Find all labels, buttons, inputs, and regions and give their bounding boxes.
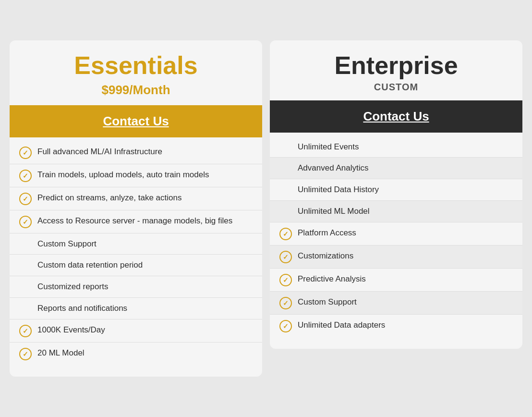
list-item: ✓ Customizations [270, 245, 522, 269]
feature-text: 1000K Events/Day [37, 324, 253, 336]
list-item: ✓ Predict on streams, anlyze, take actio… [10, 187, 262, 210]
enterprise-title: Enterprise [281, 52, 511, 79]
feature-text: Unlimited ML Model [298, 206, 513, 217]
feature-text: Predictive Analysis [298, 273, 513, 285]
enterprise-card: Enterprise CUSTOM Contact Us Unlimited E… [270, 40, 522, 348]
feature-text: Customized reports [37, 281, 253, 293]
essentials-features-list: ✓ Full advanced ML/AI Infrastructure ✓ T… [10, 141, 262, 365]
essentials-header: Essentials $999/Month [10, 40, 262, 105]
pricing-container: Essentials $999/Month Contact Us ✓ Full … [10, 40, 522, 376]
feature-text: Customizations [298, 250, 513, 262]
feature-text: Reports and notifications [37, 303, 253, 314]
enterprise-features-list: Unlimited Events Advanved Analytics Unli… [270, 136, 522, 337]
list-item: ✓ Custom Support [270, 292, 522, 315]
check-icon: ✓ [279, 297, 292, 309]
list-item: Unlimited Events [270, 136, 522, 158]
enterprise-price: CUSTOM [281, 82, 511, 93]
essentials-card: Essentials $999/Month Contact Us ✓ Full … [10, 40, 262, 376]
list-item: Advanved Analytics [270, 158, 522, 179]
list-item: ✓ Full advanced ML/AI Infrastructure [10, 141, 262, 164]
feature-text: Access to Resource server - manage model… [37, 215, 253, 227]
check-icon: ✓ [19, 216, 32, 228]
check-icon: ✓ [19, 147, 32, 159]
enterprise-contact-button[interactable]: Contact Us [270, 100, 522, 133]
feature-text: Predict on streams, anlyze, take actions [37, 192, 253, 204]
check-icon: ✓ [279, 274, 292, 286]
feature-text: Custom data retention period [37, 259, 253, 271]
list-item: ✓ Train models, upload models, auto trai… [10, 164, 262, 187]
feature-text: Advanved Analytics [298, 162, 513, 174]
list-item: Unlimited ML Model [270, 201, 522, 222]
feature-text: Custom Support [298, 296, 513, 308]
list-item: ✓ Predictive Analysis [270, 269, 522, 292]
check-icon: ✓ [19, 170, 32, 182]
feature-text: Unlimited Events [298, 141, 513, 153]
list-item: ✓ 20 ML Model [10, 343, 262, 365]
feature-text: Unlimited Data adapters [298, 319, 513, 331]
essentials-contact-button[interactable]: Contact Us [10, 105, 262, 137]
list-item: Customized reports [10, 276, 262, 298]
list-item: ✓ Platform Access [270, 222, 522, 245]
essentials-price: $999/Month [21, 83, 251, 98]
feature-text: Train models, upload models, auto train … [37, 169, 253, 181]
feature-text: 20 ML Model [37, 347, 253, 359]
list-item: ✓ Access to Resource server - manage mod… [10, 210, 262, 233]
check-icon: ✓ [279, 320, 292, 332]
check-icon: ✓ [19, 348, 32, 360]
list-item: ✓ Unlimited Data adapters [270, 315, 522, 337]
list-item: Unlimited Data History [270, 179, 522, 201]
feature-text: Unlimited Data History [298, 184, 513, 196]
list-item: Custom data retention period [10, 255, 262, 276]
list-item: Reports and notifications [10, 298, 262, 319]
check-icon: ✓ [19, 325, 32, 337]
list-item: ✓ 1000K Events/Day [10, 319, 262, 343]
check-icon: ✓ [279, 228, 292, 240]
enterprise-header: Enterprise CUSTOM [270, 40, 522, 100]
list-item: Custom Support [10, 233, 262, 255]
feature-text: Full advanced ML/AI Infrastructure [37, 146, 253, 158]
feature-text: Platform Access [298, 227, 513, 239]
essentials-title: Essentials [21, 52, 251, 79]
check-icon: ✓ [19, 193, 32, 205]
check-icon: ✓ [279, 251, 292, 263]
feature-text: Custom Support [37, 238, 253, 250]
